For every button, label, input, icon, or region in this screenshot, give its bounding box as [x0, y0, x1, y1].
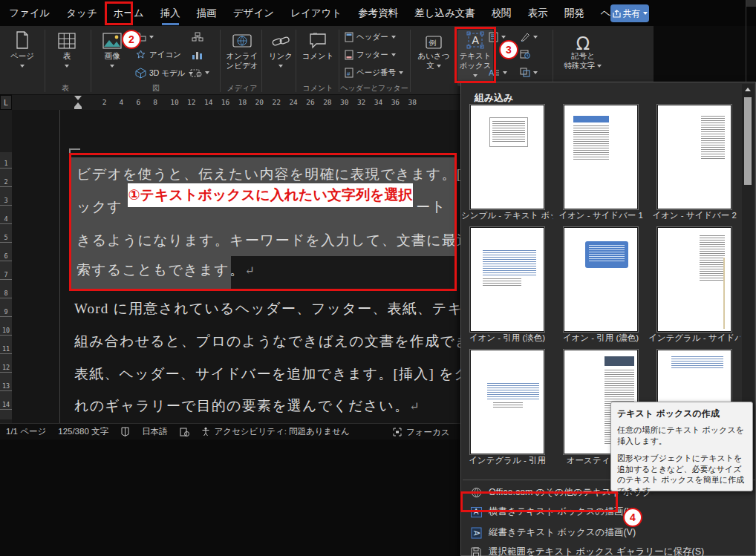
smartart-button[interactable]: [192, 32, 203, 42]
margin-crop-mark: [69, 148, 71, 159]
chevron-down-icon: [399, 71, 403, 74]
ribbon-group-label-illustrations: 図: [152, 83, 160, 94]
symbols-button[interactable]: Ω 記号と 特殊文字: [558, 30, 607, 86]
text-box-label-1: テキスト: [457, 51, 493, 61]
tab-selector[interactable]: L: [1, 96, 11, 109]
menu-design[interactable]: デザイン: [233, 7, 274, 20]
menu-layout[interactable]: レイアウト: [290, 7, 342, 20]
pages-button[interactable]: ページ: [4, 30, 40, 86]
accessibility-status[interactable]: アクセシビリティ: 問題ありません: [201, 426, 350, 437]
annotation-step-1-label: ①テキストボックスに入れたい文字列を選択: [128, 183, 413, 207]
gallery-tile-integral-sidebar[interactable]: [657, 227, 731, 332]
greeting-button[interactable]: 例 あいさつ 文: [416, 30, 452, 86]
left-indent-marker[interactable]: [74, 107, 82, 109]
menu-file[interactable]: ファイル: [9, 7, 50, 20]
menu-developer[interactable]: 開発: [564, 7, 584, 20]
footer-button[interactable]: フッター: [345, 50, 396, 60]
group-divider: [261, 30, 262, 92]
gallery-tile-ion-quote-light[interactable]: [470, 227, 544, 332]
menu-item-draw-vertical-text-box[interactable]: A 縦書きテキスト ボックスの描画(V): [463, 523, 755, 542]
menu-item-save-selection-to-gallery[interactable]: 選択範囲をテキスト ボックス ギャラリーに保存(S): [463, 543, 755, 556]
menu-mailings[interactable]: 差し込み文書: [414, 7, 475, 20]
ribbon-group-label-table: 表: [62, 83, 69, 94]
menu-touch[interactable]: タッチ: [66, 7, 97, 20]
smartart-icon: [192, 32, 203, 42]
share-button[interactable]: 共有: [610, 4, 649, 22]
wordart-button[interactable]: [520, 32, 538, 42]
horizontal-text-box-icon: A: [470, 506, 482, 518]
header-icon: [345, 32, 353, 42]
chevron-down-icon: [65, 65, 69, 68]
selection-end: [231, 256, 455, 289]
margin-crop-mark: [69, 148, 80, 150]
page-count[interactable]: 1/1 ページ: [6, 426, 46, 437]
quick-parts-icon: [489, 32, 498, 42]
header-button[interactable]: ヘッダー: [345, 32, 396, 42]
scrollbar-thumb[interactable]: [744, 97, 752, 185]
gallery-tile-ion-sidebar1[interactable]: [564, 105, 638, 209]
first-line-indent-marker[interactable]: [74, 96, 82, 100]
drop-cap-button[interactable]: A: [489, 68, 507, 77]
gallery-tile-integral-quote[interactable]: [470, 350, 544, 454]
thumb-blue-quote-box: [585, 241, 628, 268]
omega-icon: Ω: [558, 30, 607, 49]
ribbon-group-label-comments: コメント: [303, 83, 333, 94]
icons-button[interactable]: アイコン: [135, 50, 181, 60]
greeting-icon: 例: [416, 30, 452, 49]
link-button[interactable]: リンク: [264, 30, 297, 86]
proofing-icon[interactable]: [120, 427, 130, 436]
group-divider: [296, 30, 296, 92]
group-divider: [220, 30, 221, 92]
char-count[interactable]: 125/380 文字: [58, 426, 108, 437]
menu-home[interactable]: ホーム: [114, 7, 144, 20]
menu-review[interactable]: 校閲: [492, 7, 512, 20]
icons-icon: [135, 50, 146, 60]
object-button[interactable]: [520, 68, 538, 77]
doc-text-line: 組み合わせると、プロのようなできばえの文書を作成できます。: [74, 332, 516, 354]
text-box-icon: A: [457, 30, 493, 49]
scroll-up-arrow[interactable]: [742, 84, 754, 95]
gallery-tile-ion-quote-dark[interactable]: [564, 227, 638, 332]
screenshot-icon: [190, 68, 202, 78]
chart-button[interactable]: [192, 50, 203, 60]
menu-item-draw-horizontal-text-box[interactable]: A 横書きテキスト ボックスの描画(H): [463, 503, 755, 521]
footer-icon: [345, 50, 353, 60]
chevron-down-icon: [533, 36, 538, 39]
thumb-blue-header: [573, 116, 609, 122]
menu-draw[interactable]: 描画: [197, 7, 217, 20]
gallery-tile-ion-sidebar2[interactable]: [657, 105, 731, 209]
3d-models-button[interactable]: 3D モデル: [135, 68, 193, 79]
vertical-ruler[interactable]: 1 2 3 4 5 6 7 8 9 10 11 12 13 14: [0, 110, 12, 423]
menu-insert[interactable]: 挿入: [160, 7, 180, 20]
link-label: リンク: [264, 51, 297, 61]
chevron-down-icon: [643, 12, 648, 15]
track-changes-icon[interactable]: [180, 427, 189, 436]
svg-text:A: A: [472, 34, 480, 46]
page-number-button[interactable]: # ページ番号: [345, 68, 403, 78]
page-number-label: ページ番号: [356, 68, 396, 78]
annotation-step-4: 4: [623, 508, 642, 527]
table-icon: [49, 30, 85, 49]
link-icon: [264, 30, 297, 49]
gallery-tile-label: イオン - 引用 (淡色): [461, 333, 553, 344]
tooltip-title: テキスト ボックスの作成: [617, 408, 746, 420]
screenshot-button[interactable]: [190, 68, 209, 78]
text-box-button[interactable]: A テキスト ボックス: [457, 30, 493, 86]
gallery-tile-label: イオン - 引用 (濃色): [555, 333, 647, 344]
menu-references[interactable]: 参考資料: [358, 7, 398, 20]
vertical-text-box-icon: A: [470, 527, 482, 539]
chevron-down-icon: [503, 71, 507, 74]
gallery-tile-simple[interactable]: [470, 105, 544, 209]
language-indicator[interactable]: 日本語: [142, 426, 168, 437]
focus-mode[interactable]: フォーカス: [406, 427, 450, 438]
online-video-button[interactable]: オンライ ンビデオ: [224, 30, 260, 86]
chevron-down-icon: [205, 71, 209, 74]
date-time-button[interactable]: [520, 49, 530, 59]
doc-text-line: Word に用意されているヘッダー、フッター、表紙、テキスト ボ: [74, 299, 513, 321]
symbols-label-2: 特殊文字: [564, 61, 596, 70]
table-button[interactable]: 表: [49, 30, 85, 86]
drop-cap-icon: A: [489, 68, 500, 77]
comment-button[interactable]: コメント: [300, 30, 336, 86]
chevron-down-icon: [20, 65, 25, 68]
menu-view[interactable]: 表示: [528, 7, 548, 20]
